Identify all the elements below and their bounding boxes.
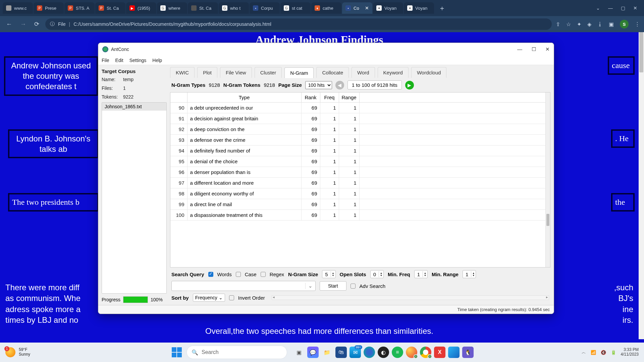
start-button[interactable] (170, 346, 183, 359)
chevron-down-icon[interactable]: ⌄ (305, 283, 315, 289)
spotify-icon[interactable]: ≡ (392, 347, 403, 358)
tab-collocate[interactable]: Collocate (316, 67, 349, 78)
table-row[interactable]: 97a different location and more6911 (170, 178, 550, 188)
sidepanel-icon[interactable]: ▣ (609, 21, 614, 27)
table-row[interactable]: 92a deep conviction on the6911 (170, 124, 550, 135)
browser-tab[interactable]: ⋆Co✕ (342, 2, 372, 14)
window-close-icon[interactable]: ✕ (633, 5, 637, 11)
browser-tab[interactable]: Gwhere (157, 2, 187, 14)
mail-icon[interactable]: ✉99+ (350, 347, 361, 358)
next-page-button[interactable]: ▶ (405, 81, 414, 89)
table-row[interactable]: 90a debt unprecedented in our6911 (170, 103, 550, 113)
col-freq[interactable]: Freq (320, 93, 339, 103)
menu-edit[interactable]: Edit (115, 58, 123, 63)
chat-icon[interactable]: 💬 (307, 347, 319, 358)
app-icon-4[interactable]: 🐧 (462, 347, 474, 358)
menu-settings[interactable]: Settings (129, 58, 147, 63)
tab-keyword[interactable]: Keyword (378, 67, 409, 78)
clock[interactable]: 3:33 PM 4/11/2023 (621, 348, 639, 357)
tab-n-gram[interactable]: N-Gram (284, 67, 314, 78)
downloads-icon[interactable]: ⭳ (597, 21, 603, 27)
minimize-icon[interactable]: ― (517, 46, 522, 52)
maximize-icon[interactable]: ☐ (532, 46, 536, 52)
min-freq-stepper[interactable]: 1▲▼ (414, 270, 428, 278)
forward-button[interactable]: → (18, 19, 28, 30)
col-rank[interactable]: Rank (301, 93, 320, 103)
table-row[interactable]: 98a diligent economy worthy of6911 (170, 188, 550, 199)
new-tab-button[interactable]: ＋ (435, 4, 449, 13)
menu-file[interactable]: File (102, 58, 109, 63)
browser-tab[interactable]: ♦cathe (311, 2, 341, 14)
open-slots-stepper[interactable]: 0▲▼ (370, 270, 384, 278)
browser-tab[interactable]: PSTS. A (64, 2, 95, 14)
browser-tab[interactable]: www.c (3, 2, 33, 14)
profile-avatar[interactable]: S (620, 20, 629, 28)
app-icon-3[interactable] (448, 347, 460, 358)
extensions-icon[interactable]: ✦ (577, 21, 581, 27)
page-scrollbar[interactable] (639, 32, 644, 339)
table-row[interactable]: 100a dispassionate treatment of this6911 (170, 210, 550, 221)
start-button[interactable]: Start (320, 281, 346, 291)
browser-tab[interactable]: Gwho t (219, 2, 249, 14)
search-input[interactable]: ⌄ (171, 281, 316, 291)
window-minimize-icon[interactable]: ― (608, 5, 613, 11)
invert-order-checkbox[interactable] (229, 295, 234, 300)
taskbar-search[interactable]: 🔍Search (186, 346, 287, 359)
tab-word[interactable]: Word (352, 67, 375, 78)
pagesize-select[interactable]: 100 hits (305, 81, 332, 89)
weather-widget[interactable]: 1 59°FSunny (5, 347, 30, 357)
battery-icon[interactable]: 🔋 (611, 350, 616, 355)
table-row[interactable]: 99a direct line of mail6911 (170, 199, 550, 210)
chrome-icon[interactable]: S (420, 347, 431, 358)
close-icon[interactable]: ✕ (545, 46, 550, 52)
browser-tab[interactable]: St. Ca (188, 2, 218, 14)
volume-icon[interactable]: 🔇 (601, 350, 606, 355)
tab-cluster[interactable]: Cluster (255, 67, 282, 78)
table-row[interactable]: 93a defense over the crime6911 (170, 135, 550, 145)
wifi-icon[interactable]: 📶 (591, 350, 596, 355)
table-row[interactable]: 95a denial of the choice6911 (170, 156, 550, 167)
tray-chevron-icon[interactable]: ︿ (582, 349, 586, 355)
table-row[interactable]: 94a definitely fixed number of6911 (170, 145, 550, 156)
store-icon[interactable]: 🛍 (335, 347, 347, 358)
browser-tab[interactable]: ✦Voyan (373, 2, 403, 14)
kebab-menu-icon[interactable]: ⋮ (635, 21, 640, 27)
adv-search-checkbox[interactable] (351, 284, 356, 289)
share-icon[interactable]: ⇪ (556, 21, 560, 27)
case-checkbox[interactable] (236, 272, 241, 277)
table-row[interactable]: 96a denser population than is6911 (170, 167, 550, 178)
browser-tab[interactable]: Gst cat (280, 2, 311, 14)
browser-tab[interactable]: ✦Voyan (404, 2, 434, 14)
words-checkbox[interactable] (208, 272, 213, 277)
explorer-icon[interactable]: 📁 (321, 347, 333, 358)
chevron-down-icon[interactable]: ⌄ (596, 5, 600, 11)
tab-kwic[interactable]: KWIC (170, 67, 195, 78)
tab-close-icon[interactable]: ✕ (365, 5, 369, 11)
file-list[interactable]: Johnson_1865.txt (102, 102, 167, 294)
sort-select[interactable]: Frequency ⌄ (193, 294, 225, 302)
reload-button[interactable]: ⟳ (32, 18, 41, 30)
table-row[interactable]: 91a decision against great britain6911 (170, 113, 550, 124)
col-range[interactable]: Range (339, 93, 359, 103)
tag-icon[interactable]: ◈ (587, 21, 591, 27)
tab-file-view[interactable]: File View (220, 67, 252, 78)
edge-icon[interactable] (364, 347, 375, 358)
steam-icon[interactable]: ◐ (378, 347, 389, 358)
window-maximize-icon[interactable]: ▢ (621, 5, 625, 11)
table-scrollbar[interactable] (545, 93, 550, 267)
col-type[interactable]: Type (187, 93, 301, 103)
prev-page-button[interactable]: ◀ (335, 81, 344, 89)
star-icon[interactable]: ☆ (566, 21, 571, 27)
app-icon-1[interactable]: S (406, 347, 417, 358)
browser-tab[interactable]: PPrese (34, 2, 64, 14)
antconc-titlebar[interactable]: AntConc ― ☐ ✕ (98, 43, 554, 56)
menu-help[interactable]: Help (152, 58, 162, 63)
browser-tab[interactable]: ▶(1955) (126, 2, 156, 14)
app-icon-2[interactable]: X (434, 347, 445, 358)
address-bar[interactable]: ⓘ File | C:/Users/sammo/OneDrive/Picture… (45, 18, 552, 30)
regex-checkbox[interactable] (261, 272, 266, 277)
browser-tab[interactable]: PSt. Ca (95, 2, 125, 14)
browser-tab[interactable]: ⋆Corpu (250, 2, 280, 14)
min-range-stepper[interactable]: 1▲▼ (463, 270, 476, 278)
task-view-icon[interactable]: ▣ (293, 347, 305, 358)
